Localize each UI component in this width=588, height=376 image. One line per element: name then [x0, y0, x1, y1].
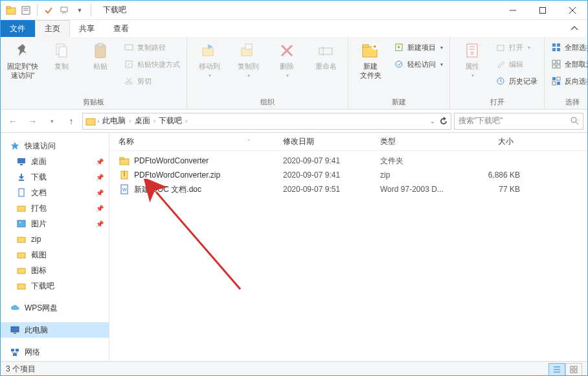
new-item-button[interactable]: ✦新建项目▾ — [391, 40, 446, 54]
item-count: 3 个项目 — [6, 364, 36, 375]
file-row[interactable]: PDFtoWordConverter2020-09-07 9:41文件夹 — [109, 154, 587, 168]
properties-button[interactable]: 属性▾ — [454, 39, 490, 79]
file-row[interactable]: W新建 DOC 文档.doc2020-09-07 9:51Word 97-200… — [109, 182, 587, 196]
breadcrumb-segment[interactable]: 桌面 — [133, 115, 152, 126]
paste-button[interactable]: 粘贴 — [82, 39, 119, 71]
breadcrumb-dropdown-icon[interactable]: ⌄ — [430, 118, 435, 124]
cut-button[interactable]: 剪切 — [121, 74, 183, 88]
file-date: 2020-09-07 9:41 — [283, 170, 380, 180]
shortcut-icon — [124, 59, 134, 69]
refresh-icon[interactable] — [439, 117, 448, 126]
sidebar-item[interactable]: 截图 — [1, 247, 109, 263]
tab-home[interactable]: 主页 — [35, 20, 70, 37]
select-all-icon — [551, 42, 561, 53]
edit-button[interactable]: 编辑 — [493, 57, 540, 71]
tab-file[interactable]: 文件 — [1, 20, 35, 37]
close-button[interactable] — [558, 1, 587, 20]
ribbon-tabs: 文件 主页 共享 查看 — [1, 20, 587, 37]
select-all-button[interactable]: 全部选择 — [548, 40, 588, 54]
file-type: Word 97-2003 D... — [380, 185, 462, 194]
nav-up-button[interactable]: ↑ — [63, 113, 80, 130]
details-view-button[interactable] — [548, 363, 565, 376]
rename-button[interactable]: 重命名 — [308, 39, 344, 71]
new-folder-icon: ✦ — [360, 40, 381, 61]
search-icon — [571, 117, 579, 125]
copy-to-button[interactable]: 复制到▾ — [230, 39, 266, 79]
sidebar-item[interactable]: 下载吧 — [1, 278, 109, 294]
paste-shortcut-button[interactable]: 粘贴快捷方式 — [121, 57, 183, 71]
sidebar-quick-access[interactable]: 快速访问 — [1, 138, 109, 154]
svg-rect-68 — [13, 353, 17, 356]
delete-button[interactable]: 删除▾ — [269, 39, 305, 79]
nav-recent-button[interactable]: ▾ — [43, 113, 60, 130]
pin-icon: 📌 — [96, 174, 104, 181]
svg-rect-47 — [557, 77, 560, 80]
qat-overflow-icon[interactable] — [58, 3, 70, 18]
sidebar-item[interactable]: 图标 — [1, 263, 109, 278]
col-size[interactable]: 大小 — [462, 136, 520, 147]
group-clipboard-label: 剪贴板 — [5, 96, 183, 109]
search-input[interactable]: 搜索"下载吧" — [454, 113, 583, 130]
folder-icon — [16, 234, 27, 244]
breadcrumb[interactable]: › 此电脑› 桌面› 下载吧› ⌄ — [82, 113, 451, 130]
breadcrumb-segment[interactable]: 下载吧 — [157, 115, 184, 126]
picture-icon — [16, 218, 27, 229]
sidebar-item[interactable]: 打包📌 — [1, 200, 109, 216]
pin-quick-access-button[interactable]: 固定到"快速访问" — [5, 39, 41, 80]
navigation-pane: 快速访问 桌面📌 下载📌 文档📌 打包📌 图片📌 zip 截图 图标 下载吧 W… — [1, 133, 109, 361]
easy-access-button[interactable]: 轻松访问▾ — [391, 57, 446, 71]
svg-point-33 — [396, 61, 402, 67]
address-bar: ← → ▾ ↑ › 此电脑› 桌面› 下载吧› ⌄ 搜索"下载吧" — [1, 110, 587, 133]
icons-view-button[interactable] — [565, 363, 582, 376]
scissors-icon — [124, 76, 134, 86]
sidebar-item-documents[interactable]: 文档📌 — [1, 185, 109, 200]
ribbon-collapse-button[interactable] — [561, 20, 587, 37]
history-button[interactable]: 历史记录 — [493, 74, 540, 88]
file-row[interactable]: PDFtoWordConverter.zip2020-09-07 9:41zip… — [109, 168, 587, 182]
sidebar-item-desktop[interactable]: 桌面📌 — [1, 154, 109, 169]
svg-rect-43 — [557, 60, 560, 64]
nav-forward-button[interactable]: → — [24, 113, 41, 130]
folder-icon — [16, 265, 27, 276]
move-to-button[interactable]: 移动到▾ — [191, 39, 227, 79]
col-date[interactable]: 修改日期 — [283, 136, 380, 147]
col-name[interactable]: 名称 — [119, 136, 134, 147]
title-bar: ▼ 下载吧 — [1, 1, 587, 20]
select-none-button[interactable]: 全部取消 — [548, 57, 588, 71]
svg-rect-57 — [17, 206, 25, 211]
qat-dropdown-icon[interactable]: ▼ — [74, 3, 85, 18]
qat-properties-icon[interactable] — [20, 3, 32, 18]
col-type[interactable]: 类型 — [380, 136, 462, 147]
svg-rect-42 — [552, 60, 556, 64]
sidebar-this-pc[interactable]: 此电脑 — [1, 322, 109, 338]
svg-rect-66 — [11, 349, 14, 351]
nav-back-button[interactable]: ← — [5, 113, 21, 130]
pin-icon: 📌 — [96, 205, 104, 212]
new-item-icon: ✦ — [394, 42, 404, 53]
breadcrumb-segment[interactable]: 此电脑 — [100, 115, 128, 126]
group-organize-label: 组织 — [191, 96, 344, 109]
svg-rect-63 — [17, 284, 25, 289]
new-folder-button[interactable]: ✦ 新建 文件夹 — [352, 39, 389, 80]
sidebar-item[interactable]: zip — [1, 231, 109, 247]
svg-rect-62 — [17, 268, 25, 274]
maximize-button[interactable] — [528, 1, 558, 20]
properties-icon — [462, 40, 482, 61]
copy-path-button[interactable]: 复制路径 — [121, 40, 183, 54]
column-headers[interactable]: 名称˄ 修改日期 类型 大小 — [109, 133, 587, 151]
sidebar-wps[interactable]: WPS网盘 — [1, 300, 109, 316]
tab-view[interactable]: 查看 — [104, 20, 139, 37]
tab-share[interactable]: 共享 — [70, 20, 104, 37]
sidebar-item-downloads[interactable]: 下载📌 — [1, 169, 109, 185]
sidebar-item-pictures[interactable]: 图片📌 — [1, 216, 109, 231]
open-button[interactable]: 打开▾ — [493, 40, 540, 54]
svg-rect-7 — [540, 7, 546, 13]
minimize-button[interactable] — [498, 1, 528, 20]
invert-selection-button[interactable]: 反向选择 — [548, 74, 588, 88]
copy-button[interactable]: 复制 — [43, 39, 80, 71]
easy-access-icon — [394, 59, 404, 69]
sidebar-network[interactable]: 网络 — [1, 344, 109, 360]
window-title: 下载吧 — [103, 5, 126, 16]
doc-icon: W — [119, 183, 130, 195]
qat-check-icon[interactable] — [43, 3, 54, 18]
